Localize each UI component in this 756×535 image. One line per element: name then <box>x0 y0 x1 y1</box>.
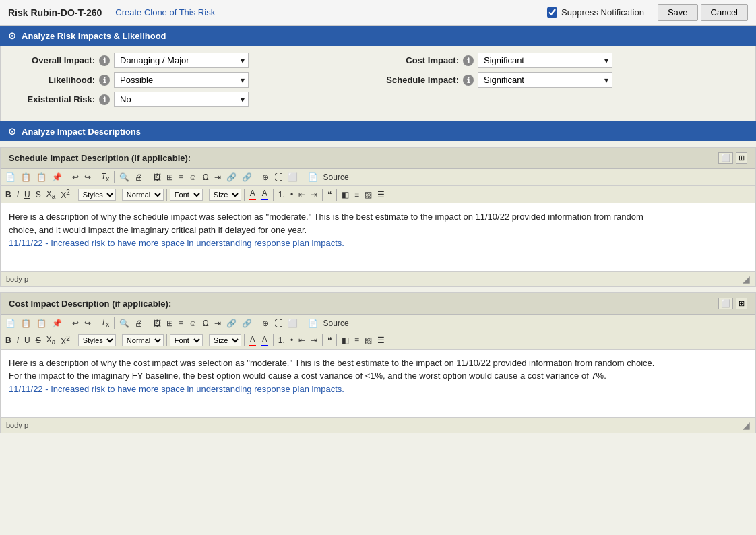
tb-new-doc[interactable]: 📄 <box>3 172 18 183</box>
cost-tb-clear-format[interactable]: Tx <box>99 317 111 329</box>
tb-clear-format[interactable]: Tx <box>99 171 111 183</box>
cost-styles-select[interactable]: Styles <box>78 334 116 346</box>
cost-font-select[interactable]: Font <box>170 334 203 346</box>
save-button[interactable]: Save <box>658 4 698 21</box>
tb-indent2[interactable]: ⇥ <box>309 189 319 200</box>
tb-blocks[interactable]: ⬜ <box>286 172 300 183</box>
tb-source1[interactable]: 📄 <box>306 172 320 183</box>
cost-tb-emoji[interactable]: ☺ <box>187 318 199 329</box>
cost-tb-blocks[interactable]: ⬜ <box>286 318 300 329</box>
cost-tb-blockquote[interactable]: ❝ <box>325 335 334 346</box>
cost-tb-underline[interactable]: U <box>22 335 32 346</box>
cost-impact-info-icon[interactable]: ℹ <box>463 55 474 66</box>
size-select[interactable]: Size <box>209 189 241 201</box>
tb-emoji[interactable]: ☺ <box>187 172 199 183</box>
cost-tb-fullscreen[interactable]: ⛶ <box>272 318 284 329</box>
tb-align-right[interactable]: ▨ <box>363 189 374 200</box>
tb-outdent[interactable]: ⇤ <box>296 189 307 200</box>
tb-bg-color[interactable]: A <box>259 188 270 201</box>
cost-impact-select[interactable]: Significant <box>478 53 612 68</box>
tb-font-color[interactable]: A <box>247 188 258 201</box>
schedule-resize-handle[interactable]: ◢ <box>743 274 750 284</box>
cost-tb-print[interactable]: 🖨 <box>133 318 145 329</box>
tb-ol[interactable]: 1. <box>276 189 287 200</box>
schedule-expand-icon[interactable]: ⬜ <box>718 152 733 164</box>
analyze-risk-section-header[interactable]: ⊙ Analyze Risk Impacts & Likelihood <box>0 26 756 46</box>
cost-tb-indent[interactable]: ⇥ <box>212 318 223 329</box>
cost-tb-undo[interactable]: ↩ <box>70 318 81 329</box>
tb-strikethrough[interactable]: S <box>34 189 43 200</box>
tb-image[interactable]: 🖼 <box>151 172 163 183</box>
cost-tb-align-left[interactable]: ◧ <box>340 335 351 346</box>
cost-normal-select[interactable]: Normal <box>122 334 164 346</box>
tb-target[interactable]: ⊕ <box>260 172 271 183</box>
tb-paste[interactable]: 📌 <box>50 172 64 183</box>
cost-tb-image[interactable]: 🖼 <box>151 318 163 329</box>
tb-align-center[interactable]: ≡ <box>352 189 361 200</box>
cost-tb-superscript[interactable]: X2 <box>59 334 72 347</box>
cost-tb-find[interactable]: 🔍 <box>117 318 131 329</box>
tb-indent[interactable]: ⇥ <box>212 172 223 183</box>
cost-tb-omega[interactable]: Ω <box>201 318 211 329</box>
tb-undo[interactable]: ↩ <box>70 172 81 183</box>
cost-tb-copy2[interactable]: 📋 <box>34 318 49 329</box>
tb-align-left[interactable]: ◧ <box>340 189 351 200</box>
cost-tb-align[interactable]: ≡ <box>177 318 185 329</box>
cost-tb-ol[interactable]: 1. <box>276 335 287 346</box>
tb-link[interactable]: 🔗 <box>224 172 239 183</box>
overall-impact-select[interactable]: Damaging / Major <box>114 53 249 68</box>
tb-italic[interactable]: I <box>15 189 21 200</box>
cost-tb-strikethrough[interactable]: S <box>34 335 43 346</box>
schedule-impact-select[interactable]: Significant <box>478 72 612 88</box>
cost-tb-indent2[interactable]: ⇥ <box>309 335 319 346</box>
tb-subscript[interactable]: Xa <box>44 189 58 201</box>
cost-tb-bold[interactable]: B <box>3 335 13 346</box>
cost-tb-font-color[interactable]: A <box>247 334 258 347</box>
cost-tb-redo[interactable]: ↪ <box>82 318 93 329</box>
tb-blockquote[interactable]: ❝ <box>325 189 334 200</box>
cost-tb-link[interactable]: 🔗 <box>224 318 239 329</box>
likelihood-info-icon[interactable]: ℹ <box>99 75 110 86</box>
existential-risk-info-icon[interactable]: ℹ <box>99 94 110 105</box>
styles-select[interactable]: Styles <box>78 189 116 201</box>
tb-find[interactable]: 🔍 <box>117 172 131 183</box>
existential-risk-select[interactable]: No <box>114 92 249 107</box>
cost-expand-icon[interactable]: ⬜ <box>718 298 733 309</box>
cost-grid-icon[interactable]: ⊞ <box>736 298 747 309</box>
tb-table[interactable]: ⊞ <box>164 172 175 183</box>
cost-tb-paste[interactable]: 📌 <box>50 318 64 329</box>
cost-editor-content[interactable]: Here is a description of why the cost im… <box>1 350 755 417</box>
overall-impact-info-icon[interactable]: ℹ <box>99 55 110 66</box>
cost-tb-italic[interactable]: I <box>15 335 21 346</box>
suppress-checkbox[interactable] <box>547 7 557 18</box>
cost-tb-target[interactable]: ⊕ <box>260 318 271 329</box>
schedule-editor-content[interactable]: Here is a description of why the schedul… <box>1 203 755 271</box>
cost-tb-copy[interactable]: 📋 <box>19 318 33 329</box>
tb-print[interactable]: 🖨 <box>133 172 145 183</box>
tb-align[interactable]: ≡ <box>177 172 185 183</box>
cost-tb-source1[interactable]: 📄 <box>306 318 320 329</box>
cost-tb-source-label[interactable]: Source <box>321 318 351 329</box>
tb-omega[interactable]: Ω <box>201 172 211 183</box>
cost-tb-subscript[interactable]: Xa <box>44 334 58 346</box>
cost-tb-new-doc[interactable]: 📄 <box>3 318 18 329</box>
cost-tb-align-right[interactable]: ▨ <box>363 335 374 346</box>
font-select[interactable]: Font <box>170 189 203 201</box>
tb-ul[interactable]: • <box>288 189 295 200</box>
cost-tb-bg-color[interactable]: A <box>259 334 270 347</box>
tb-redo[interactable]: ↪ <box>82 172 93 183</box>
tb-bold[interactable]: B <box>3 189 13 200</box>
tb-unlink[interactable]: 🔗 <box>240 172 254 183</box>
tb-fullscreen[interactable]: ⛶ <box>272 172 284 183</box>
tb-underline[interactable]: U <box>22 189 32 200</box>
tb-align-justify[interactable]: ☰ <box>375 189 387 200</box>
tb-superscript[interactable]: X2 <box>59 188 72 201</box>
cancel-button[interactable]: Cancel <box>701 4 748 21</box>
normal-select[interactable]: Normal <box>122 189 164 201</box>
cost-tb-ul[interactable]: • <box>288 335 295 346</box>
tb-copy[interactable]: 📋 <box>19 172 33 183</box>
tb-copy2[interactable]: 📋 <box>34 172 49 183</box>
likelihood-select[interactable]: Possible <box>114 72 249 88</box>
cost-tb-unlink[interactable]: 🔗 <box>240 318 254 329</box>
cost-tb-table[interactable]: ⊞ <box>164 318 175 329</box>
